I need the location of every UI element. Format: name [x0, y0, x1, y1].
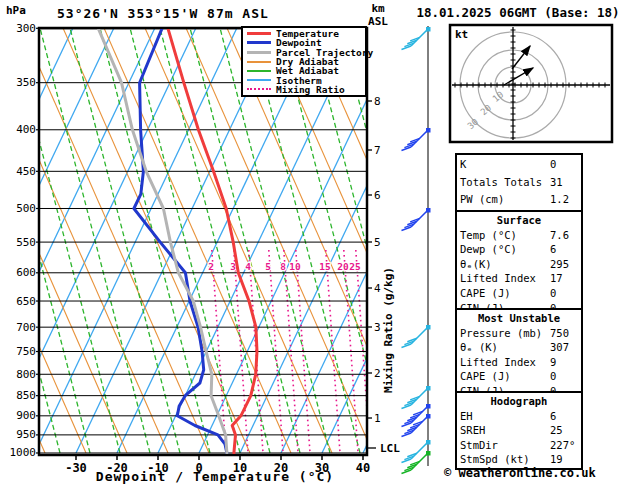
- x-axis-title: Dewpoint / Temperature (°C): [60, 469, 370, 484]
- table-row-value: 0: [550, 369, 556, 384]
- table-row: Temp (°C)7.6: [460, 228, 578, 243]
- wind-barb: [402, 325, 431, 348]
- run-date-label: 18.01.2025 06GMT (Base: 18): [407, 5, 629, 20]
- legend-swatch-temperature: [247, 32, 271, 35]
- table-row: CAPE (J)0: [460, 286, 578, 301]
- altitude-tick-label: 2: [374, 367, 381, 380]
- mixing-ratio-value-label: 4: [245, 261, 251, 272]
- mixing-ratio-value-label: 20: [337, 261, 349, 272]
- pressure-tick-label: 450: [16, 165, 36, 178]
- legend-swatch-dry-adiabat: [247, 61, 271, 63]
- info-table-surface: SurfaceTemp (°C)7.6Dewp (°C)6θₑ(K)295Lif…: [455, 210, 583, 318]
- dry-adiabat-line: [22, 28, 209, 453]
- table-row-value: 0: [550, 156, 556, 174]
- table-row: PW (cm)1.2: [460, 191, 578, 209]
- wind-barb: [402, 128, 431, 151]
- pressure-tick-label: 1000: [10, 446, 37, 459]
- isotherm-line: [0, 28, 73, 453]
- table-row-label: PW (cm): [460, 193, 504, 205]
- table-row-label: CAPE (J): [460, 370, 511, 382]
- legend-item: Mixing Ratio: [247, 85, 365, 94]
- hodograph-unit-label: kt: [455, 28, 468, 41]
- table-row-value: 750: [550, 326, 569, 341]
- skewt-sounding-page: 2345810152025300350400450500550600650700…: [0, 0, 629, 486]
- table-row-label: CAPE (J): [460, 287, 511, 299]
- station-title: 53°26'N 353°15'W 87m ASL: [57, 6, 269, 21]
- table-row: Lifted Index17: [460, 271, 578, 286]
- mixing-ratio-axis-title: Mixing Ratio (g/kg): [382, 267, 395, 393]
- parcel-trajectory-curve: [98, 28, 227, 453]
- table-row-label: Pressure (mb): [460, 327, 542, 339]
- legend-box: TemperatureDewpointParcel TrajectoryDry …: [241, 26, 367, 97]
- table-row-label: K: [460, 158, 466, 170]
- table-row-value: 9: [550, 355, 556, 370]
- wet-adiabat-line: [0, 28, 90, 453]
- table-row: Lifted Index9: [460, 355, 578, 370]
- info-table-hodograph-stats: HodographEH6SREH25StmDir227°StmSpd (kt)1…: [455, 391, 583, 470]
- table-row-label: EH: [460, 410, 473, 422]
- table-row-value: 25: [550, 423, 563, 438]
- pressure-tick-label: 700: [16, 321, 36, 334]
- table-row-label: θₑ(K): [460, 258, 492, 270]
- table-row-value: 227°: [550, 438, 575, 453]
- sounding-curves: [98, 28, 257, 453]
- table-row: StmSpd (kt)19: [460, 452, 578, 467]
- table-row: θₑ (K)307: [460, 340, 578, 355]
- info-table-indices: K0Totals Totals31PW (cm)1.2: [455, 153, 583, 212]
- legend-swatch-mixing-ratio: [247, 88, 271, 90]
- legend-swatch-isotherm: [247, 79, 271, 81]
- pressure-tick-label: 750: [16, 345, 36, 358]
- table-row: EH6: [460, 409, 578, 424]
- table-row: Pressure (mb)750: [460, 326, 578, 341]
- table-row-label: θₑ (K): [460, 341, 498, 353]
- legend-label: Wet Adiabat: [276, 66, 339, 75]
- pressure-tick-label: 650: [16, 295, 36, 308]
- pressure-tick-label: 550: [16, 236, 36, 249]
- pressure-tick-label: 300: [16, 22, 36, 35]
- table-row-value: 295: [550, 257, 569, 272]
- pressure-tick-label: 600: [16, 266, 36, 279]
- table-row-label: Totals Totals: [460, 176, 542, 188]
- table-row-value: 1.2: [550, 191, 569, 209]
- pressure-tick-label: 900: [16, 409, 36, 422]
- lcl-label: LCL: [380, 442, 400, 455]
- wind-barb-column: [402, 26, 431, 474]
- table-row-label: Temp (°C): [460, 229, 517, 241]
- wet-adiabat-line: [130, 28, 240, 453]
- info-table-most-unstable: Most UnstablePressure (mb)750θₑ (K)307Li…: [455, 308, 583, 402]
- mixing-ratio-value-label: 2: [208, 261, 214, 272]
- wind-barb: [402, 27, 431, 50]
- mixing-ratio-value-label: 5: [265, 261, 271, 272]
- dry-adiabat-line: [0, 28, 4, 453]
- table-row-label: SREH: [460, 424, 485, 436]
- table-row: θₑ(K)295: [460, 257, 578, 272]
- table-row: Totals Totals31: [460, 174, 578, 192]
- table-header: Hodograph: [460, 394, 578, 409]
- table-row-value: 6: [550, 409, 556, 424]
- copyright-text: © weatheronline.co.uk: [444, 466, 596, 480]
- altitude-tick-label: 7: [374, 144, 381, 157]
- legend-swatch-wet-adiabat: [247, 70, 271, 72]
- altitude-tick-label: 5: [374, 236, 381, 249]
- wind-barb: [402, 208, 431, 231]
- pressure-tick-label: 350: [16, 76, 36, 89]
- dry-adiabat-line: [63, 28, 250, 453]
- mixing-ratio-value-label: 15: [319, 261, 331, 272]
- table-header: Surface: [460, 213, 578, 228]
- table-row-value: 307: [550, 340, 569, 355]
- pressure-tick-label: 850: [16, 389, 36, 402]
- table-row-value: 19: [550, 452, 563, 467]
- mixing-ratio-value-label: 25: [349, 261, 361, 272]
- pressure-tick-label: 950: [16, 428, 36, 441]
- legend-label: Mixing Ratio: [276, 85, 345, 94]
- mixing-ratio-value-label: 8: [280, 261, 286, 272]
- table-row-label: Dewp (°C): [460, 243, 517, 255]
- pressure-tick-label: 800: [16, 368, 36, 381]
- pressure-tick-label: 500: [16, 202, 36, 215]
- wet-adiabat-line: [40, 28, 150, 453]
- altitude-axis-unit: km ASL: [362, 2, 394, 28]
- legend-swatch-parcel-trajectory: [247, 51, 271, 54]
- mixing-ratio-labels: 2345810152025: [208, 261, 361, 272]
- table-row: CAPE (J)0: [460, 369, 578, 384]
- table-row: K0: [460, 156, 578, 174]
